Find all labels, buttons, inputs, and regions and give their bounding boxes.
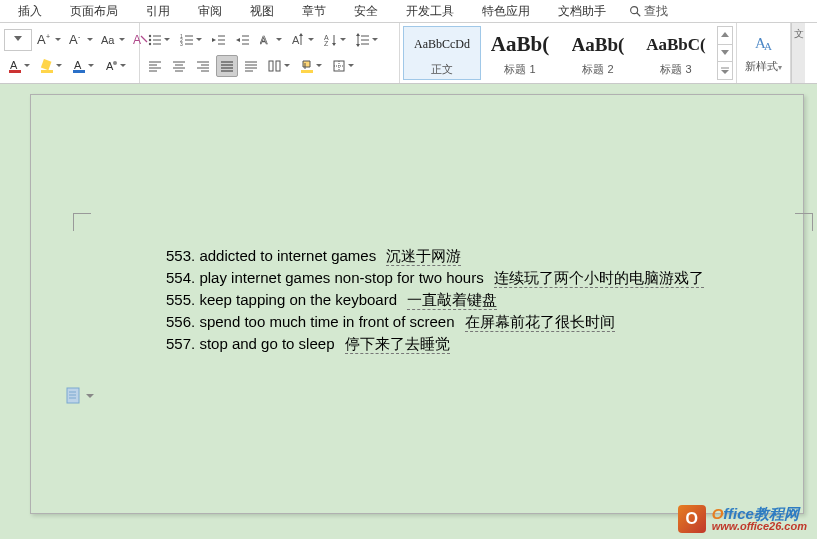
line-number: 555. <box>166 291 195 308</box>
svg-point-0 <box>631 7 638 14</box>
style-heading1[interactable]: AaBb( 标题 1 <box>481 26 559 80</box>
new-style-button[interactable]: AA 新样式▾ <box>737 23 791 83</box>
style-preview: AaBbCcDd <box>414 30 470 60</box>
bullets-button[interactable] <box>144 29 174 51</box>
svg-marker-44 <box>332 43 336 46</box>
section-widget[interactable] <box>66 387 94 405</box>
chinese-text: 一直敲着键盘 <box>407 292 497 310</box>
svg-rect-72 <box>276 61 280 71</box>
svg-text:A: A <box>292 34 300 46</box>
font-color2-button[interactable]: A <box>68 55 98 77</box>
sort-button[interactable]: AZ <box>320 29 350 51</box>
align-center-button[interactable] <box>168 55 190 77</box>
svg-text:+: + <box>46 33 50 40</box>
watermark: O Office教程网 www.office26.com <box>678 505 807 533</box>
align-distribute-button[interactable] <box>240 55 262 77</box>
english-text: keep tapping on the keyboard <box>199 291 397 308</box>
menu-view[interactable]: 视图 <box>236 1 288 22</box>
align-right-button[interactable] <box>192 55 214 77</box>
style-scroll-up[interactable] <box>718 27 732 45</box>
outline-text-button[interactable]: A <box>256 29 286 51</box>
svg-rect-14 <box>73 70 85 73</box>
english-text: addicted to internet games <box>199 247 376 264</box>
borders-button[interactable] <box>328 55 358 77</box>
menu-bar: 插入 页面布局 引用 审阅 视图 章节 安全 开发工具 特色应用 文档助手 查找 <box>0 0 817 22</box>
svg-point-21 <box>149 43 151 45</box>
decrease-indent-button[interactable] <box>208 29 230 51</box>
paragraph-group: 123 A A AZ <box>140 23 400 83</box>
watermark-logo: O <box>678 505 706 533</box>
svg-point-19 <box>149 39 151 41</box>
line-number: 553. <box>166 247 195 264</box>
style-scroll-down[interactable] <box>718 45 732 63</box>
menu-special[interactable]: 特色应用 <box>468 1 544 22</box>
chinese-text: 在屏幕前花了很长时间 <box>465 314 615 332</box>
menu-security[interactable]: 安全 <box>340 1 392 22</box>
svg-text:A: A <box>133 33 141 47</box>
style-label: 正文 <box>431 62 453 77</box>
svg-line-1 <box>637 13 641 17</box>
english-text: stop and go to sleep <box>199 335 334 352</box>
shading-button[interactable] <box>296 55 326 77</box>
svg-text:-: - <box>78 33 81 40</box>
svg-marker-2 <box>14 36 22 41</box>
highlight-button[interactable] <box>36 55 66 77</box>
watermark-text: Office教程网 www.office26.com <box>712 506 807 532</box>
menu-devtools[interactable]: 开发工具 <box>392 1 468 22</box>
line-number: 556. <box>166 313 195 330</box>
svg-marker-47 <box>356 44 360 47</box>
svg-marker-80 <box>721 70 729 74</box>
svg-point-17 <box>149 35 151 37</box>
svg-rect-71 <box>269 61 273 71</box>
style-label: 标题 1 <box>504 62 535 77</box>
svg-text:Aa: Aa <box>101 34 115 46</box>
font-color-button[interactable]: A <box>4 55 34 77</box>
new-style-label: 新样式▾ <box>745 59 782 74</box>
style-heading3[interactable]: AaBbC( 标题 3 <box>637 26 715 80</box>
svg-point-16 <box>113 61 117 65</box>
line-spacing-button[interactable] <box>352 29 382 51</box>
right-panel-tab[interactable]: 文 <box>791 23 805 83</box>
decrease-font-button[interactable]: A- <box>66 29 96 51</box>
english-text: spend too much time in front of screen <box>199 313 454 330</box>
paste-dropdown[interactable] <box>4 29 32 51</box>
watermark-title: Office教程网 <box>712 506 807 521</box>
menu-insert[interactable]: 插入 <box>4 1 56 22</box>
style-normal[interactable]: AaBbCcDd 正文 <box>403 26 481 80</box>
menu-chapter[interactable]: 章节 <box>288 1 340 22</box>
search-area[interactable]: 查找 <box>620 3 676 20</box>
svg-text:A: A <box>260 34 268 46</box>
menu-page-layout[interactable]: 页面布局 <box>56 1 132 22</box>
increase-indent-button[interactable] <box>232 29 254 51</box>
line-spacing2-button[interactable]: A <box>288 29 318 51</box>
svg-marker-40 <box>299 33 303 36</box>
svg-marker-77 <box>721 32 729 37</box>
page[interactable]: 553. addicted to internet games 沉迷于网游 55… <box>30 94 804 514</box>
svg-marker-33 <box>236 38 240 42</box>
menu-review[interactable]: 审阅 <box>184 1 236 22</box>
align-left-button[interactable] <box>144 55 166 77</box>
svg-text:A: A <box>764 40 772 52</box>
left-margin-mark <box>73 213 91 231</box>
svg-rect-11 <box>41 59 52 70</box>
doc-line: 555. keep tapping on the keyboard 一直敲着键盘 <box>166 289 704 311</box>
style-heading2[interactable]: AaBb( 标题 2 <box>559 26 637 80</box>
document-content[interactable]: 553. addicted to internet games 沉迷于网游 55… <box>166 245 704 355</box>
svg-text:A: A <box>106 60 114 72</box>
style-expand[interactable] <box>718 62 732 79</box>
menu-references[interactable]: 引用 <box>132 1 184 22</box>
align-justify-button[interactable] <box>216 55 238 77</box>
right-margin-mark <box>795 213 813 231</box>
line-number: 554. <box>166 269 195 286</box>
style-preview: AaBb( <box>491 30 549 60</box>
menu-doc-helper[interactable]: 文档助手 <box>544 1 620 22</box>
numbering-button[interactable]: 123 <box>176 29 206 51</box>
style-preview: AaBb( <box>572 30 625 60</box>
svg-marker-78 <box>721 50 729 55</box>
change-case-button[interactable]: Aa <box>98 29 128 51</box>
search-label: 查找 <box>644 3 668 20</box>
columns-button[interactable] <box>264 55 294 77</box>
increase-font-button[interactable]: A+ <box>34 29 64 51</box>
styles-gallery: AaBbCcDd 正文 AaBb( 标题 1 AaBb( 标题 2 AaBbC(… <box>400 23 737 83</box>
char-shading-button[interactable]: A <box>100 55 130 77</box>
